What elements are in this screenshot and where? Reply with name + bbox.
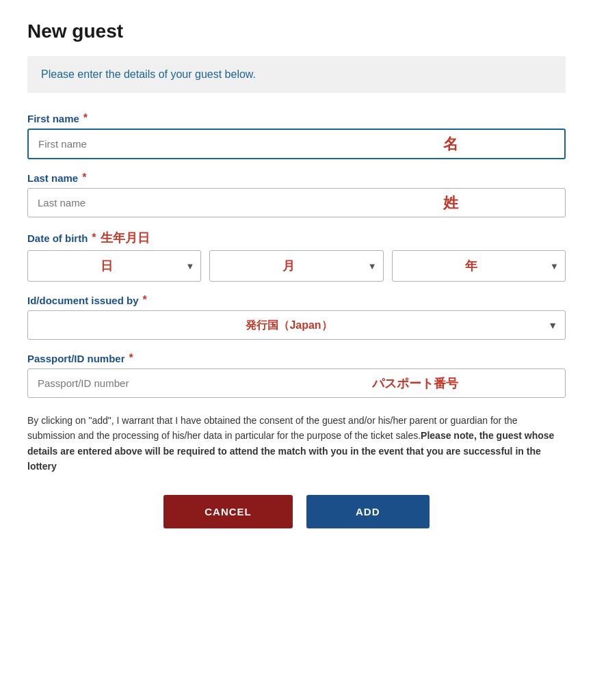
page-title: New guest	[27, 14, 566, 42]
id-document-select[interactable]: 発行国（Japan）	[27, 310, 566, 340]
info-banner: Please enter the details of your guest b…	[27, 56, 566, 93]
first-name-required: *	[83, 112, 88, 124]
first-name-input[interactable]	[27, 129, 566, 159]
dob-japanese-label: 生年月日	[101, 230, 150, 246]
last-name-label: Last name *	[27, 172, 566, 184]
dob-month-select[interactable]: 月	[209, 250, 383, 282]
id-document-select-wrapper: 発行国（Japan） ▼	[27, 310, 566, 340]
last-name-input-container: 姓	[27, 188, 566, 217]
first-name-label: First name *	[27, 112, 566, 124]
dob-day-select[interactable]: 日	[27, 250, 201, 282]
dob-year-wrapper: 年 ▼	[392, 250, 566, 282]
dob-group: Date of birth * 生年月日 日 ▼ 月 ▼ 年 ▼	[27, 230, 566, 282]
info-banner-text: Please enter the details of your guest b…	[41, 68, 552, 81]
passport-input[interactable]	[27, 368, 566, 398]
dob-required: *	[92, 232, 96, 244]
first-name-group: First name * 名	[27, 112, 566, 159]
id-document-group: Id/document issued by * 発行国（Japan） ▼	[27, 294, 566, 340]
add-button[interactable]: ADD	[306, 495, 430, 528]
passport-label: Passport/ID number *	[27, 352, 566, 364]
cancel-button[interactable]: CANCEL	[163, 495, 293, 528]
passport-required: *	[129, 352, 133, 364]
id-document-required: *	[143, 294, 147, 306]
disclaimer-text: By clicking on "add", I warrant that I h…	[27, 413, 566, 474]
id-document-label: Id/document issued by *	[27, 294, 566, 306]
dob-month-wrapper: 月 ▼	[209, 250, 383, 282]
first-name-input-container: 名	[27, 129, 566, 159]
passport-input-wrapper: パスポート番号	[27, 368, 566, 398]
last-name-input[interactable]	[27, 188, 566, 217]
button-row: CANCEL ADD	[27, 495, 566, 549]
dob-year-select[interactable]: 年	[392, 250, 566, 282]
dob-day-wrapper: 日 ▼	[27, 250, 201, 282]
passport-group: Passport/ID number * パスポート番号	[27, 352, 566, 398]
last-name-required: *	[82, 172, 86, 184]
last-name-group: Last name * 姓	[27, 172, 566, 217]
dob-row: 日 ▼ 月 ▼ 年 ▼	[27, 250, 566, 282]
dob-label: Date of birth * 生年月日	[27, 230, 566, 246]
